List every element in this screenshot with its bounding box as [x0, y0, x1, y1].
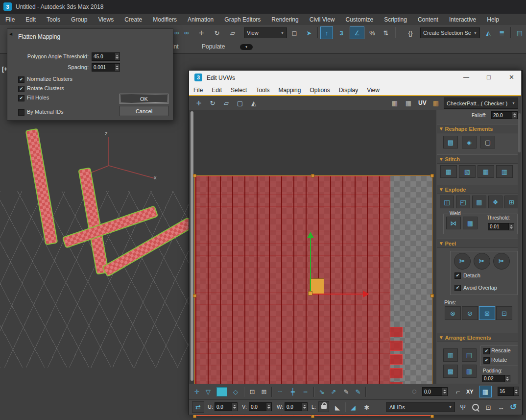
menu-modifiers[interactable]: Modifiers: [147, 14, 182, 25]
rotate-clusters-checkbox[interactable]: ✔: [18, 86, 24, 92]
gizmo-handle[interactable]: [193, 294, 196, 297]
angle-snap-toggle-button[interactable]: ∠: [350, 26, 364, 39]
uv-freeform-icon[interactable]: ▢: [234, 97, 246, 109]
relax-tool-button[interactable]: ▤: [443, 136, 458, 148]
move-pivot-icon[interactable]: ✛: [192, 386, 202, 397]
falloff-field[interactable]: 20.0: [491, 111, 518, 119]
close-button[interactable]: ✕: [509, 74, 514, 81]
angle-threshold-field[interactable]: 45.0: [92, 52, 120, 61]
straighten-selection-button[interactable]: ◈: [462, 136, 477, 148]
menu-create[interactable]: Create: [119, 14, 147, 25]
stitch-source-button[interactable]: ▧: [459, 165, 476, 178]
gizmo-handle[interactable]: [430, 174, 434, 177]
gizmo-handle[interactable]: [193, 174, 196, 177]
gizmo-handle[interactable]: [311, 415, 314, 418]
by-material-ids-checkbox[interactable]: [18, 109, 24, 116]
menu-interactive[interactable]: Interactive: [444, 14, 481, 25]
section-header-explode[interactable]: ▾ Explode: [437, 185, 521, 194]
uv-scale-icon[interactable]: ▱: [220, 97, 232, 109]
align-to-edge-button[interactable]: ▢: [480, 136, 495, 148]
grid-snap-button[interactable]: ▦: [479, 386, 492, 397]
select-and-place-button[interactable]: ↑: [320, 26, 333, 39]
pan-hand-icon[interactable]: Ψ: [457, 402, 468, 413]
dialog-title[interactable]: Flatten Mapping: [18, 33, 60, 40]
peel-reset-button[interactable]: ✂: [493, 253, 510, 270]
freeze-selection-icon[interactable]: ✱: [361, 402, 372, 413]
select-and-manipulate-icon[interactable]: ➤: [303, 26, 315, 39]
rect-region-icon[interactable]: ⊡: [247, 386, 258, 397]
menu-content[interactable]: Content: [412, 14, 444, 25]
maximize-button[interactable]: □: [487, 74, 491, 81]
zoom-extents-icon[interactable]: ↺: [507, 401, 519, 413]
paint-weights-icon[interactable]: ◣: [332, 402, 343, 413]
w-field[interactable]: 0.0: [285, 402, 308, 411]
texture-list-combo[interactable]: CheckerPatt...( Checker )▼: [444, 98, 518, 109]
uvw-menu-view[interactable]: View: [362, 85, 384, 95]
detach-checkbox[interactable]: ✔: [454, 272, 461, 279]
grid-size-field[interactable]: 16: [498, 387, 519, 396]
ribbon-collapse-button[interactable]: ▼: [240, 44, 253, 50]
select-inverse-arrow-icon[interactable]: ⇗: [328, 386, 339, 397]
gizmo-origin-handle[interactable]: [308, 291, 312, 296]
layer-manager-icon[interactable]: ▤: [513, 26, 526, 39]
material-id-combo[interactable]: All IDs▼: [386, 402, 455, 412]
uv-move-icon[interactable]: ✛: [193, 97, 205, 109]
pack-custom-button[interactable]: ▤: [462, 348, 477, 362]
uvw-menu-tools[interactable]: Tools: [251, 85, 274, 95]
select-and-scale-icon[interactable]: ▱: [226, 26, 239, 39]
grow-selection-icon[interactable]: ┉: [300, 386, 311, 397]
padding-field[interactable]: 0.02: [482, 375, 510, 382]
gizmo-handle[interactable]: [193, 415, 196, 418]
flatten-by-edge-button[interactable]: ◫: [440, 196, 454, 208]
edge-loop-icon[interactable]: ┄: [274, 386, 286, 397]
erase-brush-icon[interactable]: ✎: [353, 386, 363, 397]
gizmo-handle[interactable]: [311, 174, 314, 177]
falloff-curve-icon[interactable]: ⌐: [453, 386, 463, 397]
brush-falloff-icon[interactable]: ◢: [348, 402, 359, 413]
unlink-selection-icon[interactable]: ∞: [182, 28, 191, 37]
zoom-region-icon[interactable]: ⊡: [483, 402, 494, 413]
stitch-custom-button[interactable]: ▦: [440, 165, 457, 178]
weld-all-button[interactable]: ▦: [463, 217, 478, 229]
uv-space-label[interactable]: UV: [418, 99, 427, 106]
weld-selected-button[interactable]: ⋈: [446, 217, 461, 229]
minimize-button[interactable]: —: [463, 74, 469, 81]
select-element-icon[interactable]: ◇: [230, 386, 241, 397]
gizmo-y-axis[interactable]: [310, 238, 311, 295]
uv-mirror-icon[interactable]: ◭: [248, 97, 260, 109]
pack-normalize-button[interactable]: ▦: [443, 348, 458, 362]
gizmo-handle[interactable]: [430, 415, 434, 418]
uv-canvas[interactable]: [189, 110, 437, 384]
select-and-move-icon[interactable]: ✛: [195, 26, 208, 39]
menu-views[interactable]: Views: [93, 14, 119, 25]
menu-edit[interactable]: Edit: [20, 14, 41, 25]
select-by-arrow-icon[interactable]: ⇘: [316, 386, 327, 397]
uvw-menu-select[interactable]: Select: [226, 85, 251, 95]
pin-selected-button[interactable]: ⊠: [479, 306, 495, 320]
named-selection-sets-icon[interactable]: {}: [404, 26, 417, 39]
normalize-clusters-checkbox[interactable]: ✔: [18, 76, 24, 83]
paint-brush-icon[interactable]: ✎: [341, 386, 352, 397]
ribbon-tab-populate[interactable]: Populate: [202, 43, 225, 50]
spinner-snap-icon[interactable]: ⇅: [380, 26, 392, 39]
uvw-menu-display[interactable]: Display: [335, 85, 362, 95]
section-header-peel[interactable]: ▾ Peel: [437, 239, 521, 248]
menu-scripting[interactable]: Scripting: [379, 14, 412, 25]
quick-peel-button[interactable]: ✂: [454, 253, 471, 270]
falloff-space-label[interactable]: XY: [466, 389, 474, 395]
uvw-menu-edit[interactable]: Edit: [207, 85, 226, 95]
peel-mode-button[interactable]: ✂: [474, 253, 490, 270]
flatten-by-smoothing-button[interactable]: ▦: [472, 196, 486, 208]
v-field[interactable]: 0.0: [249, 402, 272, 411]
lasso-region-icon[interactable]: ⊞: [259, 386, 269, 397]
panel-scrollbar[interactable]: [518, 110, 521, 384]
zoom-icon[interactable]: [470, 402, 481, 413]
absolute-offset-toggle[interactable]: ⇄: [192, 401, 204, 413]
menu-civil-view[interactable]: Civil View: [304, 14, 340, 25]
texture-display-icon[interactable]: ▦: [430, 97, 442, 109]
gizmo-x-axis[interactable]: [311, 294, 363, 295]
flatten-by-angle-button[interactable]: ◰: [456, 196, 470, 208]
menu-help[interactable]: Help: [481, 14, 504, 25]
avoid-overlap-checkbox[interactable]: ✔: [454, 285, 461, 291]
vertical-scrollbar[interactable]: [191, 111, 193, 381]
